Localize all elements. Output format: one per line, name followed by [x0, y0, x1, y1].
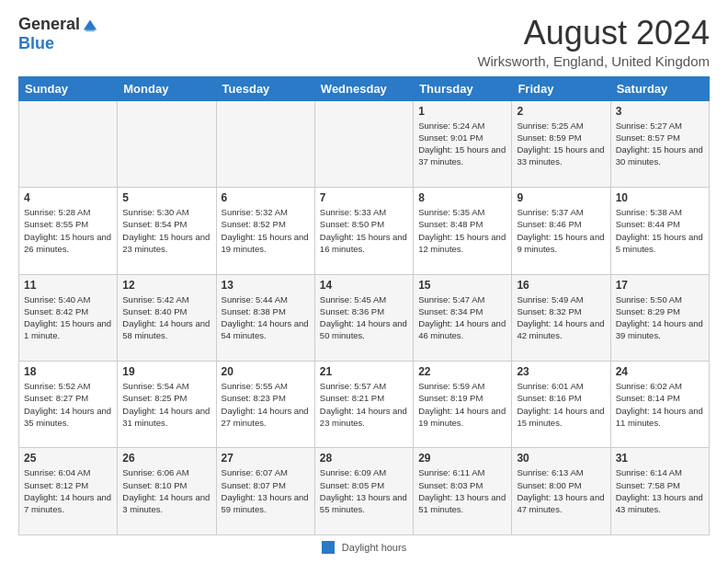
calendar-cell-0-5: 2Sunrise: 5:25 AMSunset: 8:59 PMDaylight…	[512, 100, 610, 187]
day-info-1-2: Sunrise: 5:32 AMSunset: 8:52 PMDaylight:…	[222, 206, 310, 255]
day-number-3-5: 23	[517, 365, 605, 378]
logo-general: General	[18, 15, 80, 34]
day-number-4-1: 26	[122, 452, 210, 465]
day-info-4-3: Sunrise: 6:09 AMSunset: 8:05 PMDaylight:…	[320, 466, 408, 515]
footer: Daylight hours	[18, 541, 710, 554]
calendar-cell-2-3: 14Sunrise: 5:45 AMSunset: 8:36 PMDayligh…	[314, 274, 413, 361]
legend-label: Daylight hours	[342, 542, 406, 553]
col-thursday: Thursday	[414, 76, 512, 100]
day-info-3-4: Sunrise: 5:59 AMSunset: 8:19 PMDaylight:…	[418, 380, 506, 429]
day-number-4-6: 31	[616, 452, 704, 465]
calendar-cell-2-2: 13Sunrise: 5:44 AMSunset: 8:38 PMDayligh…	[216, 274, 314, 361]
week-row-4: 25Sunrise: 6:04 AMSunset: 8:12 PMDayligh…	[19, 448, 710, 535]
day-number-1-6: 10	[616, 191, 704, 204]
title-section: August 2024 Wirksworth, England, United …	[477, 15, 710, 69]
page: General Blue August 2024 Wirksworth, Eng…	[0, 0, 728, 563]
logo-blue: Blue	[18, 34, 54, 53]
day-number-2-1: 12	[122, 279, 210, 292]
calendar-cell-2-1: 12Sunrise: 5:42 AMSunset: 8:40 PMDayligh…	[118, 274, 216, 361]
calendar-cell-4-0: 25Sunrise: 6:04 AMSunset: 8:12 PMDayligh…	[19, 448, 118, 535]
day-info-1-5: Sunrise: 5:37 AMSunset: 8:46 PMDaylight:…	[517, 206, 605, 255]
day-info-0-6: Sunrise: 5:27 AMSunset: 8:57 PMDaylight:…	[616, 120, 704, 168]
day-info-4-1: Sunrise: 6:06 AMSunset: 8:10 PMDaylight:…	[122, 466, 210, 515]
day-info-4-6: Sunrise: 6:14 AMSunset: 7:58 PMDaylight:…	[616, 466, 704, 515]
day-info-1-3: Sunrise: 5:33 AMSunset: 8:50 PMDaylight:…	[320, 206, 408, 255]
calendar-cell-4-2: 27Sunrise: 6:07 AMSunset: 8:07 PMDayligh…	[216, 448, 314, 535]
week-row-0: 1Sunrise: 5:24 AMSunset: 9:01 PMDaylight…	[19, 100, 710, 187]
calendar-cell-0-2	[216, 100, 314, 187]
day-info-2-3: Sunrise: 5:45 AMSunset: 8:36 PMDaylight:…	[320, 293, 408, 342]
day-number-0-4: 1	[418, 105, 506, 118]
calendar-cell-0-6: 3Sunrise: 5:27 AMSunset: 8:57 PMDaylight…	[610, 100, 709, 187]
location: Wirksworth, England, United Kingdom	[477, 53, 710, 69]
calendar-cell-3-3: 21Sunrise: 5:57 AMSunset: 8:21 PMDayligh…	[314, 362, 413, 448]
calendar-table: Sunday Monday Tuesday Wednesday Thursday…	[18, 76, 710, 535]
day-number-1-4: 8	[418, 191, 506, 204]
day-info-4-2: Sunrise: 6:07 AMSunset: 8:07 PMDaylight:…	[222, 466, 310, 515]
day-number-3-6: 24	[616, 365, 704, 378]
col-wednesday: Wednesday	[314, 76, 413, 100]
day-number-0-5: 2	[517, 105, 605, 118]
day-info-3-3: Sunrise: 5:57 AMSunset: 8:21 PMDaylight:…	[320, 380, 408, 429]
week-row-3: 18Sunrise: 5:52 AMSunset: 8:27 PMDayligh…	[19, 362, 710, 448]
day-info-2-1: Sunrise: 5:42 AMSunset: 8:40 PMDaylight:…	[122, 293, 210, 342]
calendar-cell-4-5: 30Sunrise: 6:13 AMSunset: 8:00 PMDayligh…	[512, 448, 610, 535]
month-title: August 2024	[477, 15, 710, 52]
logo: General Blue	[18, 15, 98, 53]
calendar-cell-1-2: 6Sunrise: 5:32 AMSunset: 8:52 PMDaylight…	[216, 188, 314, 274]
calendar-cell-1-4: 8Sunrise: 5:35 AMSunset: 8:48 PMDaylight…	[414, 188, 512, 274]
day-info-2-6: Sunrise: 5:50 AMSunset: 8:29 PMDaylight:…	[616, 293, 704, 342]
calendar-cell-4-1: 26Sunrise: 6:06 AMSunset: 8:10 PMDayligh…	[118, 448, 216, 535]
calendar-cell-1-0: 4Sunrise: 5:28 AMSunset: 8:55 PMDaylight…	[19, 188, 118, 274]
day-number-4-0: 25	[24, 452, 112, 465]
day-number-2-6: 17	[616, 279, 704, 292]
calendar-cell-4-3: 28Sunrise: 6:09 AMSunset: 8:05 PMDayligh…	[314, 448, 413, 535]
day-number-2-4: 15	[418, 279, 506, 292]
week-row-2: 11Sunrise: 5:40 AMSunset: 8:42 PMDayligh…	[19, 274, 710, 361]
day-number-1-1: 5	[122, 191, 210, 204]
logo-icon	[82, 17, 98, 33]
calendar-cell-3-6: 24Sunrise: 6:02 AMSunset: 8:14 PMDayligh…	[610, 362, 709, 448]
calendar-cell-1-3: 7Sunrise: 5:33 AMSunset: 8:50 PMDaylight…	[314, 188, 413, 274]
calendar-cell-2-6: 17Sunrise: 5:50 AMSunset: 8:29 PMDayligh…	[610, 274, 709, 361]
week-row-1: 4Sunrise: 5:28 AMSunset: 8:55 PMDaylight…	[19, 188, 710, 274]
calendar-cell-3-1: 19Sunrise: 5:54 AMSunset: 8:25 PMDayligh…	[118, 362, 216, 448]
day-number-4-4: 29	[418, 452, 506, 465]
calendar-cell-3-4: 22Sunrise: 5:59 AMSunset: 8:19 PMDayligh…	[414, 362, 512, 448]
header-row: Sunday Monday Tuesday Wednesday Thursday…	[19, 76, 710, 100]
day-number-4-5: 30	[517, 452, 605, 465]
day-info-4-4: Sunrise: 6:11 AMSunset: 8:03 PMDaylight:…	[418, 466, 506, 515]
day-info-1-0: Sunrise: 5:28 AMSunset: 8:55 PMDaylight:…	[24, 206, 112, 255]
day-info-3-5: Sunrise: 6:01 AMSunset: 8:16 PMDaylight:…	[517, 380, 605, 429]
day-info-3-2: Sunrise: 5:55 AMSunset: 8:23 PMDaylight:…	[222, 380, 310, 429]
day-number-3-0: 18	[24, 365, 112, 378]
day-number-4-2: 27	[222, 452, 310, 465]
day-number-3-2: 20	[222, 365, 310, 378]
col-sunday: Sunday	[19, 76, 118, 100]
calendar-cell-2-0: 11Sunrise: 5:40 AMSunset: 8:42 PMDayligh…	[19, 274, 118, 361]
day-number-1-2: 6	[222, 191, 310, 204]
calendar-cell-1-5: 9Sunrise: 5:37 AMSunset: 8:46 PMDaylight…	[512, 188, 610, 274]
day-info-2-0: Sunrise: 5:40 AMSunset: 8:42 PMDaylight:…	[24, 293, 112, 342]
col-monday: Monday	[118, 76, 216, 100]
day-info-2-5: Sunrise: 5:49 AMSunset: 8:32 PMDaylight:…	[517, 293, 605, 342]
calendar-cell-3-2: 20Sunrise: 5:55 AMSunset: 8:23 PMDayligh…	[216, 362, 314, 448]
day-number-4-3: 28	[320, 452, 408, 465]
header: General Blue August 2024 Wirksworth, Eng…	[18, 15, 710, 69]
calendar-cell-3-0: 18Sunrise: 5:52 AMSunset: 8:27 PMDayligh…	[19, 362, 118, 448]
calendar-cell-1-6: 10Sunrise: 5:38 AMSunset: 8:44 PMDayligh…	[610, 188, 709, 274]
day-info-2-4: Sunrise: 5:47 AMSunset: 8:34 PMDaylight:…	[418, 293, 506, 342]
day-info-1-6: Sunrise: 5:38 AMSunset: 8:44 PMDaylight:…	[616, 206, 704, 255]
day-number-1-3: 7	[320, 191, 408, 204]
day-info-0-5: Sunrise: 5:25 AMSunset: 8:59 PMDaylight:…	[517, 120, 605, 168]
day-number-3-3: 21	[320, 365, 408, 378]
col-tuesday: Tuesday	[216, 76, 314, 100]
calendar-cell-3-5: 23Sunrise: 6:01 AMSunset: 8:16 PMDayligh…	[512, 362, 610, 448]
calendar-cell-0-3	[314, 100, 413, 187]
legend-box	[322, 541, 335, 554]
calendar-cell-0-4: 1Sunrise: 5:24 AMSunset: 9:01 PMDaylight…	[414, 100, 512, 187]
calendar-cell-4-4: 29Sunrise: 6:11 AMSunset: 8:03 PMDayligh…	[414, 448, 512, 535]
day-info-3-6: Sunrise: 6:02 AMSunset: 8:14 PMDaylight:…	[616, 380, 704, 429]
day-number-1-0: 4	[24, 191, 112, 204]
day-info-4-0: Sunrise: 6:04 AMSunset: 8:12 PMDaylight:…	[24, 466, 112, 515]
